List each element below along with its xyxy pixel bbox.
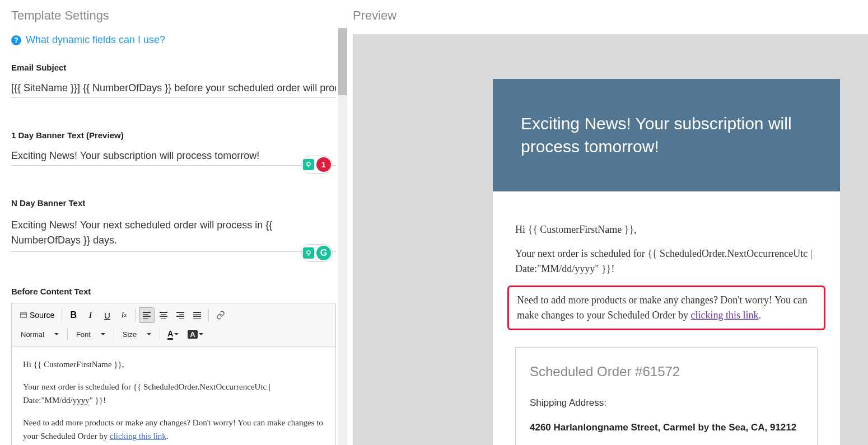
align-justify-button[interactable] [189,307,205,323]
preview-order-box: Scheduled Order #61572 Shipping Address:… [515,347,818,445]
scrollbar[interactable] [338,28,347,445]
rich-text-editor: Source B I U Ix [11,303,336,445]
email-subject-input[interactable] [11,79,336,98]
grammarly-lightbulb-icon [303,247,314,259]
bold-button[interactable]: B [66,307,81,323]
grammarly-badge[interactable]: 1 [301,156,333,174]
caret-down-icon [199,333,203,335]
preview-clicking-link[interactable]: clicking this link [690,310,758,321]
preview-greeting: Hi {{ CustomerFirstName }}, [515,222,818,237]
clear-format-button[interactable]: Ix [116,307,132,323]
one-day-banner-group: 1 Day Banner Text (Preview) 1 [11,130,336,170]
preview-highlight-box: Need to add more products or make any ch… [507,285,825,330]
align-right-icon [176,312,184,318]
dynamic-fields-link[interactable]: What dynamic fields can I use? [26,34,165,46]
font-select[interactable]: Font [71,326,110,342]
preview-panel: Preview Exciting News! Your subscription… [347,0,868,445]
before-content-group: Before Content Text Source B I U Ix [11,287,336,445]
grammarly-lightbulb-icon [303,159,314,170]
grammarly-badge-2[interactable]: G [301,244,333,262]
align-left-icon [143,312,151,318]
bg-color-button[interactable]: A [184,326,207,342]
template-settings-panel: Template Settings ? What dynamic fields … [0,0,347,445]
grammarly-count-icon: 1 [316,157,331,172]
size-select[interactable]: Size [118,326,156,342]
order-title: Scheduled Order #61572 [530,362,803,382]
email-subject-group: Email Subject [11,63,336,102]
editor-clicking-link[interactable]: clicking this link [110,432,166,441]
settings-title: Template Settings [11,8,336,23]
text-color-button[interactable]: A [164,326,183,342]
before-content-label: Before Content Text [11,287,336,296]
preview-frame: Exciting News! Your subscription will pr… [353,34,868,445]
help-icon: ? [11,35,21,45]
caret-down-icon [101,333,105,335]
help-link-row: ? What dynamic fields can I use? [11,34,336,46]
preview-body: Hi {{ CustomerFirstName }}, Your next or… [493,191,840,445]
grammarly-g-icon: G [316,246,331,260]
preview-title: Preview [353,8,868,23]
scrollbar-thumb[interactable] [338,28,347,95]
svg-point-2 [307,251,310,254]
align-center-button[interactable] [156,307,171,323]
one-day-banner-input[interactable] [11,147,336,166]
align-left-button[interactable] [139,307,155,323]
underline-button[interactable]: U [99,307,115,323]
n-day-banner-group: N Day Banner Text G [11,198,336,259]
svg-point-0 [307,162,310,166]
preview-banner: Exciting News! Your subscription will pr… [493,79,840,191]
email-subject-label: Email Subject [11,63,336,72]
editor-content-area[interactable]: Hi {{ CustomerFirstName }}, Your next or… [12,346,335,445]
caret-down-icon [174,333,179,335]
align-right-button[interactable] [172,307,188,323]
link-icon [216,311,225,320]
italic-button[interactable]: I [82,307,98,323]
preview-email: Exciting News! Your subscription will pr… [493,79,840,445]
n-day-banner-input[interactable] [11,214,336,252]
one-day-banner-label: 1 Day Banner Text (Preview) [11,130,336,140]
align-center-icon [160,312,167,318]
shipping-label: Shipping Address: [530,396,803,410]
caret-down-icon [147,333,151,335]
source-button[interactable]: Source [16,307,58,323]
source-icon [20,311,27,319]
svg-rect-4 [21,313,27,317]
format-select[interactable]: Normal [16,326,64,342]
preview-p1: Your next order is scheduled for {{ Sche… [515,246,818,277]
align-justify-icon [193,312,201,318]
caret-down-icon [54,333,59,335]
n-day-banner-label: N Day Banner Text [11,198,336,208]
editor-toolbar: Source B I U Ix [12,303,335,346]
shipping-address: 4260 Harlanlongname Street, Carmel by th… [530,420,803,435]
link-button[interactable] [212,307,229,323]
